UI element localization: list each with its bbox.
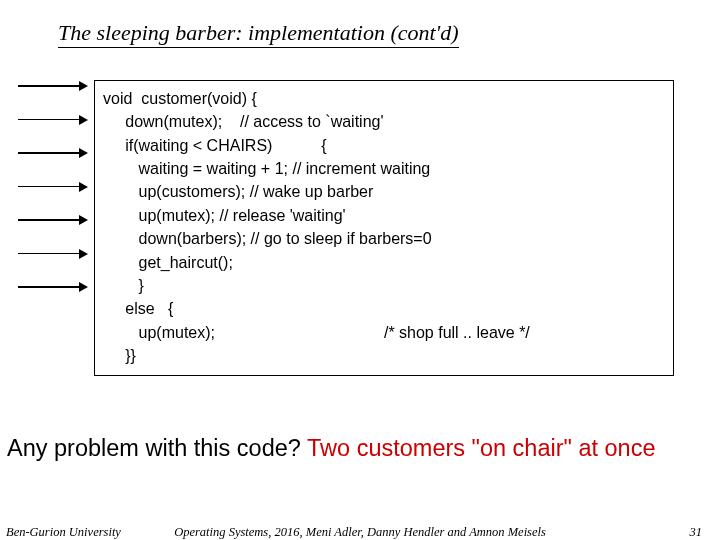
code-line: up(customers); // wake up barber: [103, 180, 663, 203]
code-line: }: [103, 274, 663, 297]
code-line: up(mutex); /* shop full .. leave */: [103, 321, 663, 344]
code-line: get_haircut();: [103, 251, 663, 274]
code-line: down(barbers); // go to sleep if barbers…: [103, 227, 663, 250]
arrow-icon: [18, 152, 86, 154]
code-line: down(mutex); // access to `waiting': [103, 110, 663, 133]
arrow-column: [18, 85, 86, 320]
arrow-icon: [18, 286, 86, 288]
arrow-icon: [18, 119, 86, 121]
question-prefix: Any problem with this code?: [7, 435, 307, 461]
question-line: Any problem with this code? Two customer…: [7, 435, 655, 462]
code-line: else {: [103, 297, 663, 320]
arrow-icon: [18, 85, 86, 87]
slide-title: The sleeping barber: implementation (con…: [58, 20, 459, 48]
code-line: waiting = waiting + 1; // increment wait…: [103, 157, 663, 180]
arrow-icon: [18, 219, 86, 221]
footer-page-number: 31: [690, 525, 703, 540]
code-line: void customer(void) {: [103, 87, 663, 110]
footer-center: Operating Systems, 2016, Meni Adler, Dan…: [0, 525, 720, 540]
code-box: void customer(void) { down(mutex); // ac…: [94, 80, 674, 376]
arrow-icon: [18, 253, 86, 255]
code-line: if(waiting < CHAIRS) {: [103, 134, 663, 157]
code-line: }}: [103, 344, 663, 367]
arrow-icon: [18, 186, 86, 188]
code-line: up(mutex); // release 'waiting': [103, 204, 663, 227]
question-answer: Two customers "on chair" at once: [307, 435, 655, 461]
